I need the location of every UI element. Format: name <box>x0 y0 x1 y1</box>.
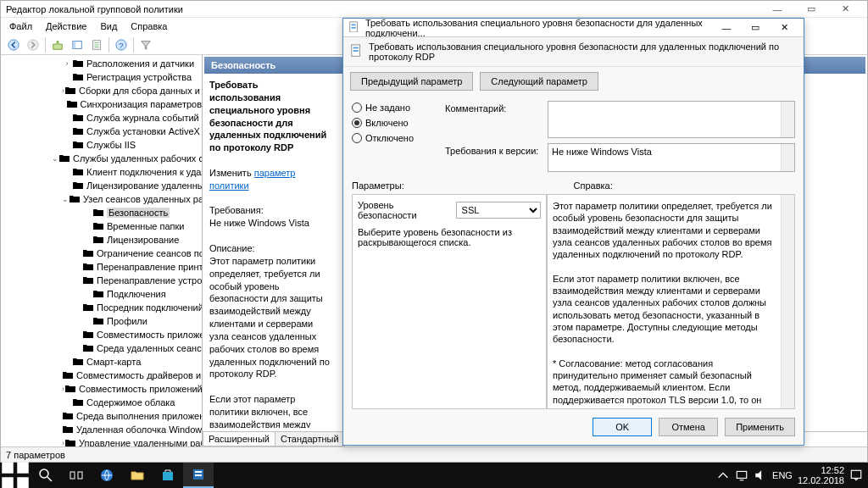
menu-action[interactable]: Действие <box>41 19 92 33</box>
ok-button[interactable]: OK <box>593 418 652 436</box>
folder-icon <box>72 140 84 150</box>
tree-item[interactable]: Содержимое облака <box>1 396 202 409</box>
tree-item[interactable]: Профили <box>1 314 202 328</box>
task-view-icon[interactable] <box>61 463 92 488</box>
help-button[interactable]: ? <box>112 36 131 53</box>
tree-item[interactable]: ›Совместимость приложений <box>1 382 202 396</box>
no-expand-icon <box>62 72 72 82</box>
tree-item[interactable]: Службы IIS <box>1 138 202 152</box>
no-expand-icon <box>62 126 72 136</box>
folder-icon <box>72 167 84 177</box>
policy-tree[interactable]: ›Расположения и датчикиРегистрация устро… <box>1 55 203 446</box>
no-expand-icon <box>82 208 92 218</box>
show-hide-tree-button[interactable] <box>68 36 86 53</box>
dialog-maximize-button[interactable]: ▭ <box>741 19 770 36</box>
filter-button[interactable] <box>136 36 155 53</box>
help-panel: Этот параметр политики определяет, требу… <box>547 194 795 409</box>
tray-language[interactable]: ENG <box>772 470 793 480</box>
folder-icon <box>72 58 84 69</box>
tree-item[interactable]: Безопасность <box>1 206 202 219</box>
tree-item[interactable]: Подключения <box>1 287 202 301</box>
svg-rect-26 <box>851 470 860 478</box>
tray-chevron-up-icon[interactable] <box>716 469 730 482</box>
help-scrollbar[interactable] <box>781 195 794 408</box>
tree-item[interactable]: Лицензирование удаленных рабочих столов <box>1 179 202 192</box>
tree-item[interactable]: Клиент подключения к удаленному рабочему… <box>1 165 202 179</box>
export-button[interactable] <box>87 36 106 53</box>
start-button[interactable] <box>0 463 31 488</box>
previous-setting-button[interactable]: Предыдущий параметр <box>350 72 473 91</box>
tab-standard[interactable]: Стандартный <box>275 432 345 446</box>
tree-item[interactable]: Служба журнала событий <box>1 111 202 125</box>
tree-item[interactable]: ›Сборки для сбора данных и предварительн… <box>1 84 202 97</box>
dialog-minimize-button[interactable]: — <box>712 19 741 36</box>
tree-item[interactable]: ⌄Службы удаленных рабочих столов <box>1 152 202 165</box>
dialog-close-button[interactable]: ✕ <box>770 19 798 36</box>
security-level-select[interactable]: SSL <box>456 202 541 219</box>
comment-field[interactable] <box>548 101 795 138</box>
main-minimize-button[interactable]: — <box>760 1 794 18</box>
apply-button[interactable]: Применить <box>725 418 795 436</box>
radio-not-configured[interactable]: Не задано <box>352 103 445 113</box>
forward-button[interactable] <box>24 36 42 53</box>
tree-item[interactable]: Удаленная оболочка Windows <box>1 423 202 436</box>
tree-item[interactable]: Перенаправление принтеров <box>1 260 202 274</box>
main-title: Редактор локальной групповой политики <box>6 4 183 14</box>
next-setting-button[interactable]: Следующий параметр <box>480 72 598 91</box>
folder-icon <box>62 411 74 421</box>
tree-item-label: Безопасность <box>107 208 170 218</box>
main-maximize-button[interactable]: ▭ <box>794 1 828 18</box>
menu-help[interactable]: Справка <box>125 19 172 33</box>
tree-item-label: Узел сеансов удаленных рабочих столов <box>83 194 203 204</box>
tree-item[interactable]: Ограничение сеансов по времени <box>1 247 202 260</box>
taskbar-mmc-icon[interactable] <box>183 463 214 488</box>
tree-item[interactable]: Совместимость драйверов и устройств <box>1 369 202 382</box>
up-button[interactable] <box>48 36 67 53</box>
no-expand-icon <box>82 235 92 245</box>
radio-disabled[interactable]: Отключено <box>352 133 445 143</box>
tree-item-label: Сборки для сбора данных и предварительны… <box>79 86 203 96</box>
back-button[interactable] <box>4 36 23 53</box>
tray-clock[interactable]: 12:52 12.02.2018 <box>798 465 844 485</box>
tree-item[interactable]: Совместимость приложений <box>1 328 202 341</box>
tree-item[interactable]: Посредник подключений к удаленному рабоч… <box>1 301 202 314</box>
menu-file[interactable]: Файл <box>4 19 37 33</box>
menu-view[interactable]: Вид <box>95 19 122 33</box>
tree-item[interactable]: Перенаправление устройств и ресурсов <box>1 274 202 287</box>
status-text: 7 параметров <box>6 450 65 460</box>
tree-item[interactable]: Синхронизация параметров <box>1 97 202 111</box>
tree-item[interactable]: ⌄Узел сеансов удаленных рабочих столов <box>1 192 202 206</box>
tray-notifications-icon[interactable] <box>849 469 863 482</box>
taskbar-store-icon[interactable] <box>153 463 183 488</box>
tray-network-icon[interactable] <box>735 469 748 482</box>
tray-volume-icon[interactable] <box>754 469 767 482</box>
tree-item[interactable]: ›Расположения и датчики <box>1 57 202 70</box>
folder-icon <box>58 153 70 164</box>
main-close-button[interactable]: ✕ <box>828 1 862 18</box>
tree-item[interactable]: Временные папки <box>1 219 202 233</box>
no-expand-icon <box>82 221 92 231</box>
taskbar-explorer-icon[interactable] <box>122 463 153 488</box>
radio-enabled[interactable]: Включено <box>352 118 445 128</box>
expand-icon[interactable]: › <box>62 58 72 69</box>
taskbar-ie-icon[interactable] <box>92 463 122 488</box>
svg-point-0 <box>8 39 19 49</box>
tree-item-label: Совместимость приложений <box>79 384 203 394</box>
tree-item[interactable]: Среда удаленных сеансов <box>1 341 202 355</box>
comment-label: Комментарий: <box>445 101 542 114</box>
tab-extended[interactable]: Расширенный <box>203 432 275 446</box>
cancel-button[interactable]: Отмена <box>659 418 718 436</box>
folder-icon <box>82 302 94 313</box>
search-icon[interactable] <box>31 463 61 488</box>
svg-rect-11 <box>353 47 359 49</box>
folder-icon <box>82 343 94 353</box>
collapse-icon[interactable]: ⌄ <box>62 194 69 204</box>
help-header: Справка: <box>574 180 796 191</box>
tree-item[interactable]: Смарт-карта <box>1 355 202 369</box>
tree-item[interactable]: ›Управление удаленными рабочими столами … <box>1 436 202 446</box>
collapse-icon[interactable]: ⌄ <box>52 153 58 164</box>
tree-item[interactable]: Регистрация устройства <box>1 70 202 84</box>
tree-item[interactable]: Среда выполнения приложений <box>1 409 202 423</box>
tree-item[interactable]: Лицензирование <box>1 233 202 247</box>
tree-item[interactable]: Служба установки ActiveX <box>1 125 202 138</box>
